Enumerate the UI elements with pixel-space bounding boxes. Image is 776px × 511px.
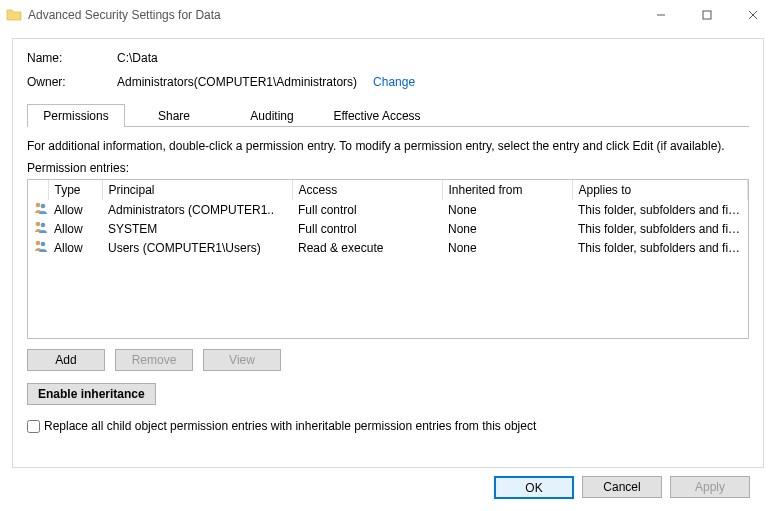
col-icon-header[interactable]	[28, 180, 48, 200]
col-access-header[interactable]: Access	[292, 180, 442, 200]
table-row[interactable]: AllowSYSTEMFull controlNoneThis folder, …	[28, 219, 748, 238]
dialog-footer: OK Cancel Apply	[12, 468, 764, 503]
remove-button: Remove	[115, 349, 193, 371]
folder-icon	[6, 7, 22, 23]
cell-type: Allow	[48, 219, 102, 238]
add-button[interactable]: Add	[27, 349, 105, 371]
cell-principal: Users (COMPUTER1\Users)	[102, 238, 292, 257]
change-owner-link[interactable]: Change	[373, 75, 415, 89]
cell-type: Allow	[48, 238, 102, 257]
tab-auditing[interactable]: Auditing	[223, 104, 321, 127]
cell-access: Full control	[292, 200, 442, 219]
content-inner: Name: C:\Data Owner: Administrators(COMP…	[12, 38, 764, 468]
cell-inherited: None	[442, 219, 572, 238]
table-header-row: Type Principal Access Inherited from App…	[28, 180, 748, 200]
window: Advanced Security Settings for Data Name…	[0, 0, 776, 511]
content-outer: Name: C:\Data Owner: Administrators(COMP…	[0, 30, 776, 511]
titlebar: Advanced Security Settings for Data	[0, 0, 776, 30]
owner-row: Owner: Administrators(COMPUTER1\Administ…	[27, 75, 749, 89]
col-inherited-header[interactable]: Inherited from	[442, 180, 572, 200]
col-principal-header[interactable]: Principal	[102, 180, 292, 200]
cell-access: Read & execute	[292, 238, 442, 257]
cell-applies: This folder, subfolders and files	[572, 219, 748, 238]
svg-point-5	[41, 204, 46, 209]
close-button[interactable]	[730, 0, 776, 30]
name-value: C:\Data	[117, 51, 158, 65]
tab-effective-access[interactable]: Effective Access	[321, 104, 433, 127]
name-row: Name: C:\Data	[27, 51, 749, 65]
cancel-button[interactable]: Cancel	[582, 476, 662, 498]
permission-entries-label: Permission entries:	[27, 161, 749, 175]
svg-point-7	[41, 223, 46, 228]
ok-button[interactable]: OK	[494, 476, 574, 499]
owner-label: Owner:	[27, 75, 117, 89]
entry-buttons-row: Add Remove View	[27, 349, 749, 371]
enable-inheritance-button[interactable]: Enable inheritance	[27, 383, 156, 405]
instruction-text: For additional information, double-click…	[27, 139, 749, 153]
view-button: View	[203, 349, 281, 371]
cell-applies: This folder, subfolders and files	[572, 238, 748, 257]
cell-principal: Administrators (COMPUTER1..	[102, 200, 292, 219]
cell-access: Full control	[292, 219, 442, 238]
cell-applies: This folder, subfolders and files	[572, 200, 748, 219]
replace-children-row: Replace all child object permission entr…	[27, 419, 749, 433]
svg-point-9	[41, 242, 46, 247]
svg-point-8	[36, 241, 41, 246]
cell-type: Allow	[48, 200, 102, 219]
inheritance-row: Enable inheritance	[27, 383, 749, 405]
col-type-header[interactable]: Type	[48, 180, 102, 200]
cell-principal: SYSTEM	[102, 219, 292, 238]
cell-inherited: None	[442, 200, 572, 219]
replace-children-label[interactable]: Replace all child object permission entr…	[44, 419, 536, 433]
col-applies-header[interactable]: Applies to	[572, 180, 748, 200]
permission-table-wrap: Type Principal Access Inherited from App…	[27, 179, 749, 339]
cell-inherited: None	[442, 238, 572, 257]
window-title: Advanced Security Settings for Data	[28, 8, 221, 22]
users-icon	[34, 201, 48, 215]
svg-point-4	[36, 203, 41, 208]
maximize-button[interactable]	[684, 0, 730, 30]
replace-children-checkbox[interactable]	[27, 420, 40, 433]
tab-permissions[interactable]: Permissions	[27, 104, 125, 127]
owner-value: Administrators(COMPUTER1\Administrators)	[117, 75, 357, 89]
name-label: Name:	[27, 51, 117, 65]
apply-button: Apply	[670, 476, 750, 498]
tab-share[interactable]: Share	[125, 104, 223, 127]
table-row[interactable]: AllowUsers (COMPUTER1\Users)Read & execu…	[28, 238, 748, 257]
svg-point-6	[36, 222, 41, 227]
table-row[interactable]: AllowAdministrators (COMPUTER1..Full con…	[28, 200, 748, 219]
minimize-button[interactable]	[638, 0, 684, 30]
svg-rect-1	[703, 11, 711, 19]
permission-table: Type Principal Access Inherited from App…	[28, 180, 748, 257]
tab-strip: Permissions Share Auditing Effective Acc…	[27, 103, 749, 127]
users-icon	[34, 220, 48, 234]
users-icon	[34, 239, 48, 253]
